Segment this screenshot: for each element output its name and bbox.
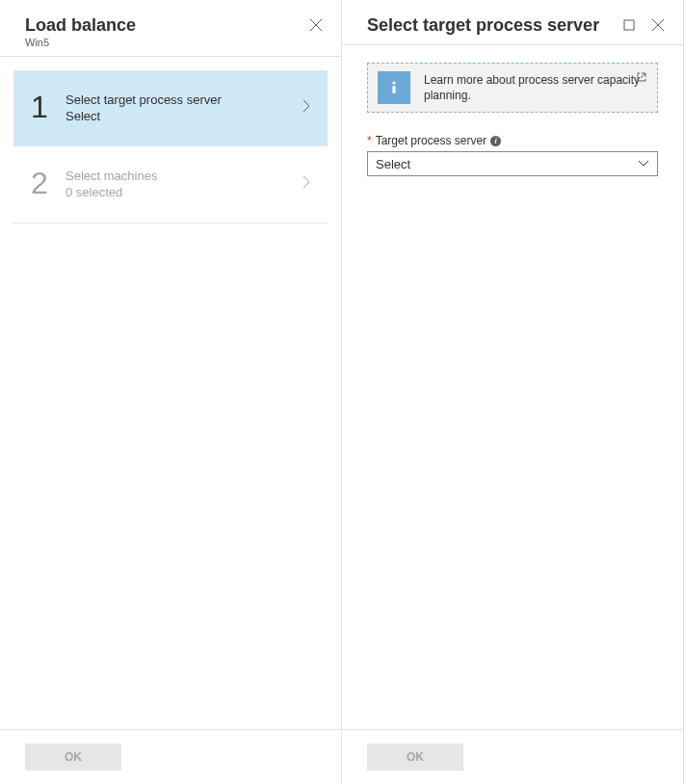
step-sub: Select [66,109,303,123]
left-header: Load balance Win5 [0,0,341,57]
target-server-select[interactable]: Select [367,151,658,176]
step-select-target-server[interactable]: 1 Select target process server Select [13,70,328,146]
chevron-right-icon [303,97,316,118]
step-number: 1 [31,90,66,125]
step-sub: 0 selected [66,185,303,199]
close-icon[interactable] [308,17,324,33]
step-select-machines[interactable]: 2 Select machines 0 selected [13,146,328,223]
info-banner[interactable]: Learn more about process server capacity… [367,63,658,113]
chevron-right-icon [303,173,316,194]
step-title: Select target process server [66,92,303,107]
ok-button[interactable]: OK [367,744,463,771]
required-asterisk: * [367,134,372,147]
left-titles: Load balance Win5 [25,13,136,48]
step-title: Select machines [66,169,303,183]
left-subtitle: Win5 [25,37,136,48]
left-header-icons [308,13,324,33]
right-body: Learn more about process server capacity… [342,45,683,729]
select-target-pane: Select target process server Learn more … [342,0,684,784]
left-footer: OK [0,729,341,784]
info-icon [378,71,410,104]
right-titles: Select target process server [367,13,599,37]
right-title: Select target process server [367,13,599,37]
svg-rect-3 [392,86,395,93]
step-texts: Select machines 0 selected [66,169,303,199]
left-title: Load balance [25,13,136,37]
svg-rect-0 [624,20,634,30]
right-header: Select target process server [342,0,683,45]
select-value: Select [376,157,410,171]
step-number: 2 [31,166,66,201]
close-icon[interactable] [650,17,666,33]
steps-list: 1 Select target process server Select 2 … [0,57,341,729]
field-label-text: Target process server [376,134,487,147]
right-footer: OK [342,729,683,784]
target-server-label: * Target process server i [367,134,658,147]
chevron-down-icon [638,157,649,170]
maximize-icon[interactable] [621,17,637,33]
ok-button[interactable]: OK [25,744,121,771]
info-text: Learn more about process server capacity… [424,72,647,103]
help-icon[interactable]: i [490,136,501,146]
external-link-icon[interactable] [636,71,647,86]
svg-point-2 [392,81,395,84]
step-texts: Select target process server Select [66,92,303,123]
right-header-icons [621,13,666,33]
load-balance-pane: Load balance Win5 1 Select target proces… [0,0,342,784]
